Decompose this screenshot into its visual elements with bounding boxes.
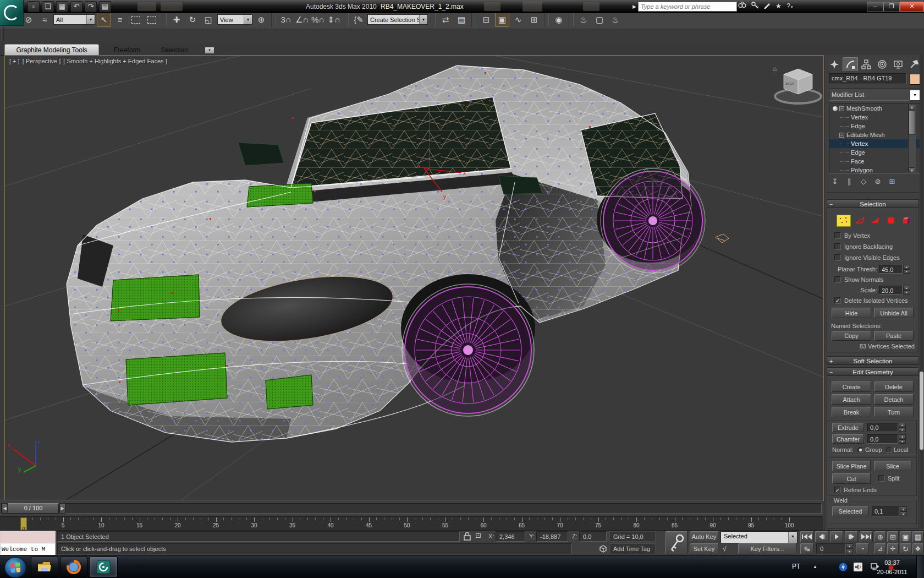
select-object-icon[interactable]: ↖ xyxy=(97,13,111,27)
key-filters-button[interactable]: Key Filters... xyxy=(738,543,796,554)
taskbar-3dsmax-button[interactable] xyxy=(89,557,118,577)
taskbar-clock[interactable]: 03:37 20-06-2011 xyxy=(872,558,912,577)
scroll-down-icon[interactable]: ▼ xyxy=(909,167,915,173)
show-normals-checkbox[interactable] xyxy=(834,276,841,283)
previous-frame-arrow[interactable]: ◀ xyxy=(2,503,8,514)
absolute-relative-toggle-icon[interactable]: ⊡ xyxy=(475,531,481,539)
chamfer-spinner[interactable]: ▲▼ xyxy=(899,434,906,444)
timeline-frame-marker[interactable]: 0 xyxy=(20,517,27,530)
spinner-snap-icon[interactable]: ⇕∩ xyxy=(327,13,341,27)
percent-snap-icon[interactable]: %∩ xyxy=(311,13,325,27)
stack-item-editable-mesh[interactable]: −Editable Mesh xyxy=(829,130,920,139)
application-menu-button[interactable] xyxy=(0,0,24,26)
delete-button[interactable]: Delete xyxy=(874,381,914,392)
create-button[interactable]: Create xyxy=(832,381,871,392)
chamfer-field[interactable]: 0,0 xyxy=(867,434,898,444)
listener-script-area[interactable]: Welcome to M xyxy=(1,543,55,555)
timeline-ruler[interactable]: 0 51015202530354045505560657075808590951… xyxy=(0,516,823,531)
key-mode-toggle-icon[interactable]: ↹ xyxy=(800,543,813,554)
element-subobject-icon[interactable] xyxy=(900,215,912,226)
start-button[interactable] xyxy=(4,557,26,578)
frame-spinner[interactable]: ▲▼ xyxy=(846,543,853,554)
viewcube-home-icon[interactable]: ⌂ xyxy=(773,65,777,73)
copy-button[interactable]: Copy xyxy=(832,331,871,341)
viewport-view-label[interactable]: [ Perspective ] xyxy=(23,58,61,64)
zoom-icon[interactable]: ⊕ xyxy=(875,531,886,542)
car-model[interactable] xyxy=(67,66,702,442)
extrude-spinner[interactable]: ▲▼ xyxy=(899,423,906,432)
scale-field[interactable]: 20,0 xyxy=(879,286,903,295)
communication-pen-icon[interactable] xyxy=(762,2,772,11)
extrude-field[interactable]: 0,0 xyxy=(867,423,898,432)
scroll-up-icon[interactable]: ▲ xyxy=(909,104,915,110)
hierarchy-tab-icon[interactable] xyxy=(859,57,874,71)
angle-snap-icon[interactable]: ∠∩ xyxy=(295,13,309,27)
x-coordinate-field[interactable]: 2,346 xyxy=(496,531,525,542)
set-keys-button[interactable] xyxy=(666,531,688,554)
pin-stack-icon[interactable]: ↧ xyxy=(829,176,841,187)
previous-frame-button[interactable] xyxy=(815,531,828,542)
pan-view-icon[interactable]: ✛ xyxy=(887,543,899,554)
panel-scroll-thumb[interactable] xyxy=(920,372,923,450)
stack-scrollbar[interactable]: ▲ ▼ xyxy=(908,104,916,173)
viewport-menu-plus[interactable]: [ + ] xyxy=(9,58,20,64)
restore-button[interactable]: ❐ xyxy=(883,2,900,12)
reference-coordinate-dropdown[interactable]: View▼ xyxy=(217,14,252,25)
field-of-view-icon[interactable]: ⊿ xyxy=(875,543,886,554)
stack-item-edge[interactable]: Edge xyxy=(829,122,920,130)
mirror-icon[interactable]: ⇄ xyxy=(438,13,453,27)
selection-filter-dropdown[interactable]: All▼ xyxy=(53,14,95,25)
edit-named-selection-sets-icon[interactable]: {✎ xyxy=(351,13,366,27)
graphite-ribbon-toggle-icon[interactable]: ▣ xyxy=(495,13,509,27)
save-file-icon[interactable]: ▦ xyxy=(56,1,68,12)
align-icon[interactable]: ▤ xyxy=(454,13,469,27)
tab-selection[interactable]: Selection xyxy=(157,45,191,55)
slice-button[interactable]: Slice xyxy=(874,461,911,471)
viewport-shading-label[interactable]: [ Smooth + Highlights + Edged Faces ] xyxy=(63,58,167,64)
zoom-all-icon[interactable]: ⊞ xyxy=(887,531,899,542)
stack-item-vertex[interactable]: Vertex xyxy=(829,113,920,122)
viewport-label[interactable]: [ + ] [ Perspective ] [ Smooth + Highlig… xyxy=(9,58,167,64)
project-folder-icon[interactable]: ▤ xyxy=(99,1,111,12)
modifier-list-arrow-icon[interactable]: ▼ xyxy=(910,90,920,101)
viewport-canvas[interactable]: x y ⌂ BACK z x y xyxy=(5,56,823,500)
modifier-list-dropdown[interactable]: Modifier List xyxy=(829,89,920,101)
selection-rollout-header[interactable]: −Selection xyxy=(827,199,919,208)
y-coordinate-field[interactable]: -18,887 xyxy=(536,531,568,542)
expand-toggle-icon[interactable]: − xyxy=(839,106,844,111)
extrude-button[interactable]: Extrude xyxy=(832,423,864,432)
curve-editor-icon[interactable]: ∿ xyxy=(511,13,525,27)
named-selection-sets-dropdown[interactable]: Create Selection Se▼ xyxy=(367,14,428,25)
select-and-move-icon[interactable]: ✚ xyxy=(169,13,184,27)
select-and-manipulate-icon[interactable]: ⊕ xyxy=(254,13,268,27)
make-unique-icon[interactable]: ◇ xyxy=(857,176,870,187)
maxscript-mini-listener[interactable]: Welcome to M xyxy=(0,531,56,555)
render-setup-icon[interactable]: ♨ xyxy=(576,13,591,27)
hide-button[interactable]: Hide xyxy=(832,308,871,318)
infocenter-search-input[interactable] xyxy=(638,2,737,12)
show-desktop-button[interactable] xyxy=(916,555,924,578)
undo-icon[interactable]: ↶ xyxy=(70,1,82,12)
infocenter-caret-icon[interactable]: ▶ xyxy=(632,4,636,9)
select-by-name-icon[interactable]: ≡ xyxy=(113,13,127,27)
close-button[interactable]: ✕ xyxy=(900,2,924,12)
taskbar-explorer-button[interactable] xyxy=(31,557,58,577)
time-slider-track[interactable] xyxy=(1,503,822,514)
vertex-subobject-icon[interactable] xyxy=(837,215,851,227)
select-and-scale-icon[interactable]: ◱ xyxy=(201,13,216,27)
scroll-thumb[interactable] xyxy=(909,111,915,135)
polygon-subobject-icon[interactable] xyxy=(885,215,897,226)
next-frame-button[interactable] xyxy=(845,531,858,542)
search-binoculars-icon[interactable] xyxy=(737,2,747,11)
edit-geometry-rollout-header[interactable]: −Edit Geometry xyxy=(827,367,919,376)
configure-modifier-sets-icon[interactable]: ⊞ xyxy=(886,176,898,187)
rendered-frame-window-icon[interactable]: ▢ xyxy=(592,13,607,27)
language-indicator[interactable]: PT xyxy=(792,563,800,570)
dropdown-arrow-icon[interactable]: ▼ xyxy=(788,532,797,543)
ignore-visible-edges-checkbox[interactable] xyxy=(834,254,841,261)
delete-isolated-vertices-checkbox[interactable]: ✓ xyxy=(834,297,841,304)
zoom-extents-all-icon[interactable]: ▦ xyxy=(912,531,923,542)
minimize-button[interactable]: – xyxy=(867,2,883,12)
remove-modifier-icon[interactable]: ⊘ xyxy=(872,176,884,187)
slice-plane-button[interactable]: Slice Plane xyxy=(832,461,871,471)
